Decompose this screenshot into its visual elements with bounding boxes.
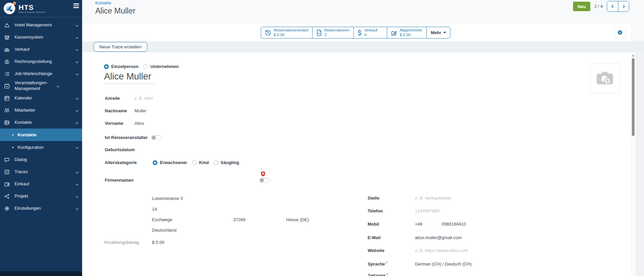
sidebar-item-verkauf[interactable]: Verkauf (0, 43, 82, 55)
sidebar-item-projekt[interactable]: Projekt (0, 190, 82, 202)
brand-row: HTS Hotel & Tourism Solutions (0, 0, 82, 17)
sidebar-item-kalender[interactable]: Kalender (0, 92, 82, 104)
website-input[interactable]: z. B. https://www.odoo.com (415, 248, 468, 253)
chevron-down-icon (75, 169, 79, 175)
hotel-bell-icon (4, 22, 10, 28)
sprache-select[interactable]: German (CH) / Deutsch (CH) (415, 261, 472, 267)
stat-reservationen-button[interactable]: Reservationen 2 (312, 27, 354, 39)
sidebar-item-job-warteschlange[interactable]: Job-Warteschlange (0, 68, 82, 80)
cash-register-icon (4, 47, 10, 52)
sidebar-item-dialog[interactable]: Dialog (0, 154, 82, 166)
chevron-down-icon (75, 71, 79, 76)
address-street2: 14 (152, 207, 157, 212)
radio-erwachsener[interactable] (153, 160, 157, 165)
scrollbar-thumb[interactable] (632, 58, 635, 136)
firmennamen-toggle[interactable] (259, 178, 270, 183)
main-area: Kontakte Alice Muller Neu 2 / 4 (82, 0, 644, 276)
swiss-shield-icon (261, 171, 266, 178)
menu-toggle-icon[interactable] (73, 3, 79, 9)
field-alterskategorie: Alterskategorie Erwachsener Kind Säuglin… (105, 160, 244, 165)
stat-abgerechnet-button[interactable]: Abgerechnet $ 0.00 (387, 27, 427, 39)
calendar-icon (4, 95, 10, 101)
field-telefon: Telefon 1234567890 (368, 208, 439, 213)
street2-input[interactable]: 14 (152, 207, 157, 212)
field-sprache: Sprache? German (CH) / Deutsch (CH) (368, 261, 472, 267)
settings-gear-button[interactable] (614, 27, 626, 38)
radio-kind[interactable] (192, 160, 197, 165)
top-header: Kontakte Alice Muller Neu 2 / 4 (82, 0, 644, 24)
stat-verkauf-button[interactable]: Verkauf 0 (353, 27, 387, 39)
sidebar-item-einstellungen[interactable]: Einstellungen (0, 202, 82, 214)
chevron-down-icon (75, 47, 79, 52)
sidebar-subitem-kontakte[interactable]: Kontakte (0, 129, 82, 141)
contact-name-input[interactable]: Alice Muller (104, 71, 155, 84)
sidebar-item-rechnungsstellung[interactable]: Rechnungsstellung (0, 55, 82, 68)
bullet-icon (12, 134, 14, 136)
camera-plus-icon (594, 68, 615, 89)
chevron-down-icon (75, 145, 79, 150)
company-type-selector: Einzelperson Unternehmen (104, 64, 183, 69)
help-icon: ? (386, 261, 388, 264)
address-country: Deutschland (152, 228, 176, 233)
chevron-down-icon (75, 23, 79, 28)
reiseveranstalter-toggle[interactable] (151, 135, 162, 140)
sidebar: HTS Hotel & Tourism Solutions Hotel Mana… (0, 0, 82, 276)
sidebar-item-kassensystem[interactable]: Kassensystem (0, 31, 82, 43)
share-nodes-icon (4, 193, 10, 199)
field-vorname: Vorname Alice (105, 121, 144, 126)
app-window: HTS Hotel & Tourism Solutions Hotel Mana… (0, 0, 644, 276)
stelle-input[interactable]: z. B. Verkaufsleiter (415, 196, 451, 201)
gear-icon (617, 29, 623, 36)
telefon-input[interactable]: 1234567890 (415, 208, 439, 213)
people-icon (4, 108, 10, 113)
page-title: Alice Muller (95, 6, 135, 16)
sidebar-item-traces[interactable]: Traces (0, 166, 82, 178)
sidebar-item-hotel-management[interactable]: Hotel Management (0, 19, 82, 31)
stat-button-group: Reservationeverlauf $ 0.00 Reservationen… (261, 27, 450, 39)
brand-tagline: Hotel & Tourism Solutions (19, 11, 45, 13)
city-input[interactable]: Eschwege (152, 217, 233, 222)
sidebar-item-mitarbeiter[interactable]: Mitarbeiter (0, 104, 82, 116)
anzahlungsbetrag-input[interactable]: $ 0.00 (152, 240, 164, 245)
nachname-input[interactable]: Muller (134, 108, 146, 113)
zip-input[interactable]: 37269 (233, 217, 286, 222)
scrollbar-gutter (631, 52, 644, 276)
state-input[interactable]: Hesse (DE) (286, 217, 309, 222)
field-stelle: Stelle z. B. Verkaufsleiter (368, 196, 451, 201)
field-nachname: Nachname Muller (105, 108, 146, 113)
document-icon (316, 29, 322, 36)
pager-previous-button[interactable] (607, 1, 618, 12)
edit-icon (391, 29, 397, 36)
breadcrumb[interactable]: Kontakte (95, 1, 135, 5)
radio-unternehmen[interactable] (143, 64, 148, 69)
anrede-input[interactable]: z. B. Herr (134, 96, 153, 101)
mobil-prefix-input[interactable]: +49 (415, 222, 442, 227)
more-button[interactable]: Mehr (426, 27, 450, 39)
country-input[interactable]: Deutschland (152, 228, 176, 233)
mobil-input[interactable]: 0565160410 (442, 222, 466, 227)
radio-saeugling[interactable] (214, 160, 218, 165)
sidebar-item-einkauf[interactable]: Einkauf (0, 178, 82, 190)
sidebar-subitem-konfiguration[interactable]: Konfiguration (0, 141, 82, 154)
check-square-icon (4, 169, 10, 175)
radio-einzelperson[interactable] (104, 64, 109, 69)
field-anrede: Anrede z. B. Herr (105, 96, 153, 101)
sidebar-item-veranstaltungen-management[interactable]: Veranstaltungen-Management (0, 80, 82, 92)
chevron-down-icon (75, 120, 79, 125)
scroll-up-arrow-icon[interactable] (632, 54, 635, 56)
sidebar-item-kontakte[interactable]: Kontakte (0, 116, 82, 129)
street-input[interactable]: Luisenstrasse 3 (152, 196, 183, 201)
email-input[interactable]: alice.muller@gmail.com (415, 235, 462, 240)
history-icon (265, 29, 271, 36)
vorname-input[interactable]: Alice (134, 121, 144, 126)
stat-toolbar: Reservationeverlauf $ 0.00 Reservationen… (82, 24, 631, 41)
stat-reservationeverlauf-button[interactable]: Reservationeverlauf $ 0.00 (261, 27, 313, 39)
new-trace-button[interactable]: Neue Trace erstellen (94, 42, 147, 52)
field-anzahlungsbetrag: Anzahlungsbetrag $ 0.00 (104, 240, 164, 245)
record-pager (607, 1, 629, 12)
pager-next-button[interactable] (618, 1, 629, 12)
photo-upload-placeholder[interactable] (590, 63, 620, 93)
new-button[interactable]: Neu (573, 2, 590, 11)
chevron-down-icon (75, 194, 79, 199)
contact-form-sheet: Einzelperson Unternehmen Alice Muller (82, 52, 631, 276)
